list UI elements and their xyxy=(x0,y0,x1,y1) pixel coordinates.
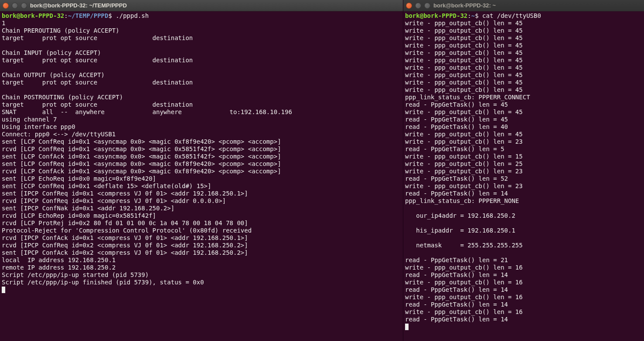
output-line: write - ppp_output_cb() len = 45 xyxy=(405,27,523,34)
output-line: using channel 7 xyxy=(2,116,57,123)
output-line: write - ppp_output_cb() len = 45 xyxy=(405,49,523,56)
cursor xyxy=(2,287,5,293)
prompt-dollar: $ xyxy=(475,12,482,19)
output-line: remote IP address 192.168.250.2 xyxy=(2,264,116,271)
output-line: read - PppGetTask() len = 45 xyxy=(405,116,508,123)
output-line: write - ppp_output_cb() len = 23 xyxy=(405,182,523,189)
cursor xyxy=(405,324,409,330)
output-line: sent [LCP ConfReq id=0x1 <asyncmap 0x0> … xyxy=(2,160,281,167)
prompt-dollar: $ xyxy=(108,12,116,19)
output-line: write - ppp_output_cb() len = 16 xyxy=(405,264,523,271)
output-line: write - ppp_output_cb() len = 16 xyxy=(405,279,523,286)
output-line: ppp_link_status_cb: PPPERR_CONNECT xyxy=(405,94,530,101)
output-line: our_ip4addr = 192.168.250.2 xyxy=(405,212,515,219)
output-line: Chain PREROUTING (policy ACCEPT) xyxy=(2,27,119,34)
close-icon[interactable] xyxy=(3,3,9,9)
prompt-path: ~/TEMP/PPPD xyxy=(68,12,109,19)
output-line: write - ppp_output_cb() len = 45 xyxy=(405,20,523,27)
window-title: bork@bork-PPPD-32: ~ xyxy=(433,2,496,9)
output-line: netmask = 255.255.255.255 xyxy=(405,242,523,249)
output-line: rcvd [LCP ProtRej id=0x2 80 fd 01 01 00 … xyxy=(2,219,248,226)
output-line: write - ppp_output_cb() len = 45 xyxy=(405,34,523,41)
output-line: read - PppGetTask() len = 5 xyxy=(405,145,504,152)
output-line: rcvd [LCP EchoRep id=0x0 magic=0x5851f42… xyxy=(2,212,156,219)
output-line: write - ppp_output_cb() len = 25 xyxy=(405,160,523,167)
output-line: write - ppp_output_cb() len = 16 xyxy=(405,294,523,300)
prompt-sep: : xyxy=(467,12,471,19)
output-line: sent [IPCP ConfNak id=0x1 <addr 192.168.… xyxy=(2,205,174,212)
output-line: write - ppp_output_cb() len = 16 xyxy=(405,308,523,315)
output-line: Protocol-Reject for 'Compression Control… xyxy=(2,227,252,234)
output-line: read - PppGetTask() len = 14 xyxy=(405,271,508,278)
output-line: write - ppp_output_cb() len = 45 xyxy=(405,131,523,138)
prompt-user: bork@bork-PPPD-32 xyxy=(405,12,467,19)
terminal-right[interactable]: bork@bork-PPPD-32:~$ cat /dev/ttyUSB0 wr… xyxy=(403,11,644,341)
window-title: bork@bork-PPPD-32: ~/TEMP/PPPD xyxy=(30,2,127,9)
output-line: target prot opt source destination xyxy=(2,101,193,108)
output-line: rcvd [IPCP ConfAck id=0x1 <compress VJ 0… xyxy=(2,234,248,241)
output-line: read - PppGetTask() len = 14 xyxy=(405,286,508,293)
command-input: cat /dev/ttyUSB0 xyxy=(482,12,541,19)
titlebar-right[interactable]: bork@bork-PPPD-32: ~ xyxy=(403,0,644,11)
output-line: read - PppGetTask() len = 40 xyxy=(405,123,508,130)
output-line: Script /etc/ppp/ip-up finished (pid 5739… xyxy=(2,279,204,286)
maximize-icon[interactable] xyxy=(21,3,27,9)
output-line: 1 xyxy=(2,20,5,27)
output-line: write - ppp_output_cb() len = 45 xyxy=(405,79,523,86)
output-line: sent [CCP ConfReq id=0x1 <deflate 15> <d… xyxy=(2,182,211,189)
output-line: write - ppp_output_cb() len = 45 xyxy=(405,64,523,71)
maximize-icon[interactable] xyxy=(424,3,430,9)
output-line: Chain INPUT (policy ACCEPT) xyxy=(2,49,101,56)
output-line: his_ipaddr = 192.168.250.1 xyxy=(405,227,515,234)
output-line: Connect: ppp0 <--> /dev/ttyUSB1 xyxy=(2,131,116,138)
output-line: write - ppp_output_cb() len = 45 xyxy=(405,71,523,78)
output-line: write - ppp_output_cb() len = 23 xyxy=(405,168,523,175)
output-line: target prot opt source destination xyxy=(2,57,193,64)
terminal-window-left: bork@bork-PPPD-32: ~/TEMP/PPPD bork@bork… xyxy=(0,0,403,341)
output-line: target prot opt source destination xyxy=(2,79,193,86)
titlebar-left[interactable]: bork@bork-PPPD-32: ~/TEMP/PPPD xyxy=(0,0,403,11)
close-icon[interactable] xyxy=(406,3,412,9)
output-line: rcvd [LCP ConfAck id=0x1 <asyncmap 0x0> … xyxy=(2,168,281,175)
output-line: sent [IPCP ConfAck id=0x2 <compress VJ 0… xyxy=(2,249,248,256)
prompt-user: bork@bork-PPPD-32 xyxy=(2,12,64,19)
output-line: Chain OUTPUT (policy ACCEPT) xyxy=(2,71,105,78)
output-line: read - PppGetTask() len = 14 xyxy=(405,190,508,197)
output-line: target prot opt source destination xyxy=(2,34,193,41)
output-line: write - ppp_output_cb() len = 23 xyxy=(405,138,523,145)
prompt-path: ~ xyxy=(471,12,475,19)
output-line: local IP address 192.168.250.1 xyxy=(2,257,116,263)
output-line: Script /etc/ppp/ip-up started (pid 5739) xyxy=(2,271,149,278)
output-line: write - ppp_output_cb() len = 45 xyxy=(405,86,523,93)
output-line: write - ppp_output_cb() len = 45 xyxy=(405,42,523,49)
output-line: write - ppp_output_cb() len = 45 xyxy=(405,57,523,64)
output-line: SNAT all -- anywhere anywhere to:192.168… xyxy=(2,108,292,115)
output-line: sent [LCP ConfReq id=0x1 <asyncmap 0x0> … xyxy=(2,138,281,145)
terminal-window-right: bork@bork-PPPD-32: ~ bork@bork-PPPD-32:~… xyxy=(403,0,644,341)
output-line: sent [LCP EchoReq id=0x0 magic=0xf8f9e42… xyxy=(2,175,156,182)
prompt-sep: : xyxy=(64,12,68,19)
terminal-left[interactable]: bork@bork-PPPD-32:~/TEMP/PPPD$ ./pppd.sh… xyxy=(0,11,403,341)
output-line: sent [IPCP ConfReq id=0x1 <compress VJ 0… xyxy=(2,190,248,197)
output-line: Chain POSTROUTING (policy ACCEPT) xyxy=(2,94,123,101)
output-line: sent [LCP ConfAck id=0x1 <asyncmap 0x0> … xyxy=(2,153,281,160)
output-line: read - PppGetTask() len = 21 xyxy=(405,257,508,263)
output-line: rcvd [LCP ConfReq id=0x1 <asyncmap 0x0> … xyxy=(2,145,281,152)
minimize-icon[interactable] xyxy=(12,3,18,9)
command-input: ./pppd.sh xyxy=(116,12,149,19)
output-line: rcvd [IPCP ConfReq id=0x2 <compress VJ 0… xyxy=(2,242,248,249)
output-line: Using interface ppp0 xyxy=(2,123,75,130)
output-line: rcvd [IPCP ConfReq id=0x1 <compress VJ 0… xyxy=(2,197,226,204)
output-line: read - PppGetTask() len = 14 xyxy=(405,301,508,308)
output-line: read - PppGetTask() len = 52 xyxy=(405,175,508,182)
output-line: read - PppGetTask() len = 45 xyxy=(405,101,508,108)
output-line: write - ppp_output_cb() len = 45 xyxy=(405,108,523,115)
output-line: write - ppp_output_cb() len = 15 xyxy=(405,153,523,160)
output-line: ppp_link_status_cb: PPPERR_NONE xyxy=(405,197,519,204)
output-line: read - PppGetTask() len = 14 xyxy=(405,316,508,323)
minimize-icon[interactable] xyxy=(415,3,421,9)
